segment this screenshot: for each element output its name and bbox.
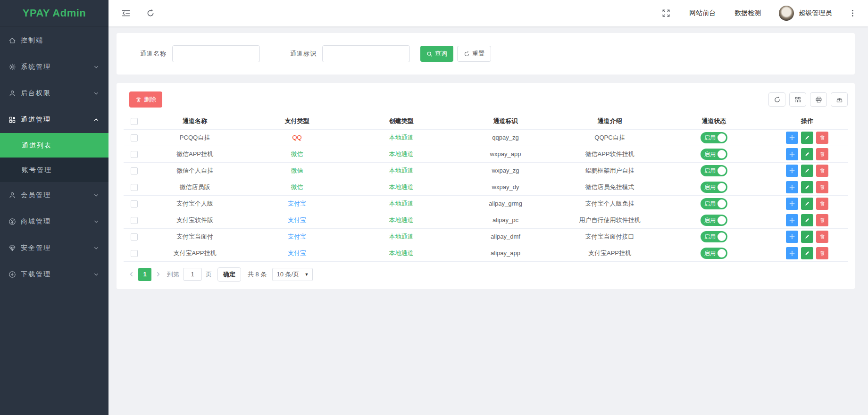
delete-row-button[interactable]	[816, 198, 828, 210]
status-label: 启用	[704, 168, 716, 174]
cell-actions	[766, 212, 848, 228]
sort-button[interactable]	[786, 214, 798, 226]
search-button[interactable]: 查询	[420, 46, 453, 62]
select-all-checkbox[interactable]	[131, 118, 138, 125]
confirm-page-button[interactable]: 确定	[217, 267, 241, 282]
table-refresh-button[interactable]	[768, 92, 785, 107]
sidebar-item-4[interactable]: 通道管理	[0, 107, 108, 133]
export-button[interactable]	[831, 92, 848, 107]
sidebar-item-label: 系统管理	[21, 63, 93, 71]
fullscreen-icon[interactable]	[662, 9, 670, 17]
reset-button[interactable]: 重置	[457, 46, 491, 62]
sort-button[interactable]	[786, 247, 798, 259]
home-icon	[8, 37, 16, 44]
row-checkbox[interactable]	[131, 217, 138, 224]
edit-button[interactable]	[801, 148, 813, 160]
edit-button[interactable]	[801, 198, 813, 210]
prev-page-button[interactable]	[125, 271, 137, 277]
status-toggle[interactable]: 启用	[701, 165, 727, 176]
sidebar-item-7[interactable]: 安全管理	[0, 235, 108, 261]
sort-button[interactable]	[786, 165, 798, 177]
sidebar-item-2[interactable]: 系统管理	[0, 54, 108, 80]
print-button[interactable]	[810, 92, 827, 107]
sort-button[interactable]	[786, 231, 798, 243]
cell-channel-code: wxpay_zg	[453, 162, 558, 179]
status-toggle[interactable]: 启用	[701, 182, 727, 193]
edit-button[interactable]	[801, 247, 813, 259]
status-toggle[interactable]: 启用	[701, 198, 727, 209]
goto-page-input[interactable]	[183, 268, 202, 281]
page-size-select[interactable]: 10 条/页 ▼	[272, 268, 313, 281]
sidebar-subitem-2[interactable]: 账号管理	[0, 158, 108, 182]
channel-table-panel: 删除 通道名称支付类型创建类型通道标识通道介绍通道状态操作 P	[117, 83, 855, 289]
delete-row-button[interactable]	[816, 247, 828, 259]
avatar[interactable]	[779, 6, 794, 21]
next-page-button[interactable]	[152, 271, 164, 277]
page-1-button[interactable]: 1	[138, 268, 151, 281]
cell-status: 启用	[662, 146, 766, 162]
more-menu-icon[interactable]	[851, 9, 854, 17]
edit-button[interactable]	[801, 181, 813, 193]
goto-page-suffix: 页	[206, 270, 212, 279]
row-checkbox[interactable]	[131, 134, 138, 141]
table-row: PCQQ自挂QQ本地通道qqpay_zgQQPC自挂启用	[124, 129, 848, 146]
toggle-knob	[718, 232, 726, 241]
nav-site-frontend[interactable]: 网站前台	[689, 9, 716, 17]
chevron-down-icon	[93, 192, 99, 198]
cell-status: 启用	[662, 228, 766, 245]
delete-button[interactable]: 删除	[129, 91, 162, 108]
delete-row-button[interactable]	[816, 231, 828, 243]
edit-button[interactable]	[801, 214, 813, 226]
column-header-6: 通道状态	[662, 113, 766, 129]
delete-row-button[interactable]	[816, 148, 828, 160]
cell-channel-intro: 微信店员免挂模式	[558, 179, 662, 195]
table-row: 支付宝当面付支付宝本地通道alipay_dmf支付宝当面付接口启用	[124, 228, 848, 245]
edit-button[interactable]	[801, 165, 813, 177]
cell-create-type: 本地通道	[349, 195, 453, 212]
row-checkbox[interactable]	[131, 250, 138, 257]
sidebar-item-3[interactable]: 后台权限	[0, 80, 108, 107]
delete-row-button[interactable]	[816, 214, 828, 226]
channel-name-input[interactable]	[172, 45, 260, 62]
download-icon	[8, 271, 16, 278]
sidebar-subitem-1[interactable]: 通道列表	[0, 133, 108, 158]
status-toggle[interactable]: 启用	[701, 248, 727, 259]
cell-status: 启用	[662, 245, 766, 261]
status-toggle[interactable]: 启用	[701, 215, 727, 226]
app-logo: YPAY Admin	[0, 0, 108, 26]
sidebar-item-label: 控制端	[21, 36, 99, 45]
status-toggle[interactable]: 启用	[701, 149, 727, 160]
sort-button[interactable]	[786, 181, 798, 193]
row-checkbox[interactable]	[131, 184, 138, 191]
sidebar-item-label: 后台权限	[21, 89, 93, 98]
status-toggle[interactable]: 启用	[701, 231, 727, 242]
delete-row-button[interactable]	[816, 165, 828, 177]
row-checkbox[interactable]	[131, 167, 138, 174]
row-checkbox[interactable]	[131, 200, 138, 208]
delete-row-button[interactable]	[816, 181, 828, 193]
sidebar-collapse-icon[interactable]	[122, 9, 130, 17]
sidebar-item-6[interactable]: 商城管理	[0, 208, 108, 235]
channel-code-input[interactable]	[322, 45, 410, 62]
row-checkbox[interactable]	[131, 151, 138, 158]
sort-button[interactable]	[786, 148, 798, 160]
table-header-row: 通道名称支付类型创建类型通道标识通道介绍通道状态操作	[124, 113, 848, 129]
sort-button[interactable]	[786, 198, 798, 210]
sidebar-item-8[interactable]: 下载管理	[0, 261, 108, 288]
username[interactable]: 超级管理员	[799, 9, 832, 17]
toggle-knob	[718, 216, 726, 224]
edit-button[interactable]	[801, 231, 813, 243]
edit-button[interactable]	[801, 132, 813, 144]
nav-data-check[interactable]: 数据检测	[734, 9, 761, 17]
cell-status: 启用	[662, 195, 766, 212]
content: 通道名称 通道标识 查询 重置 删除	[108, 26, 868, 415]
delete-row-button[interactable]	[816, 132, 828, 144]
cell-channel-intro: 微信APP软件挂机	[558, 146, 662, 162]
status-toggle[interactable]: 启用	[701, 132, 727, 143]
sort-button[interactable]	[786, 132, 798, 144]
sidebar-item-5[interactable]: 会员管理	[0, 182, 108, 208]
refresh-page-icon[interactable]	[146, 9, 155, 17]
column-filter-button[interactable]	[789, 92, 806, 107]
row-checkbox[interactable]	[131, 233, 138, 241]
sidebar-item-1[interactable]: 控制端	[0, 27, 108, 54]
